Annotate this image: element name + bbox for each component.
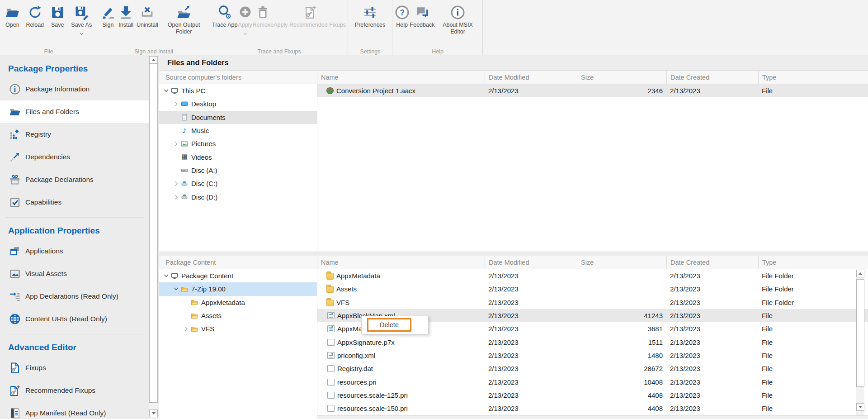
apply-button[interactable]: Apply: [238, 0, 253, 37]
help-button[interactable]: ? Help: [395, 0, 410, 29]
table-row[interactable]: AppxMetadata 2/13/2023 2/13/2023 File Fo…: [317, 269, 868, 282]
scrollbar-thumb[interactable]: [856, 279, 864, 387]
table-row[interactable]: Conversion Project 1.aacx 2/13/2023 2346…: [317, 84, 868, 97]
tree-item-7zip[interactable]: 7-Zip 19.00: [159, 282, 317, 295]
horizontal-scrollbar-track[interactable]: [317, 415, 868, 419]
toolbar-group-label-settings: Settings: [348, 48, 392, 55]
open-output-folder-button[interactable]: Open Output Folder: [161, 0, 207, 35]
save-as-button[interactable]: Save As: [71, 0, 92, 37]
package-content-header[interactable]: Package Content: [159, 256, 317, 269]
column-header-type[interactable]: Type: [758, 71, 868, 84]
sidebar-item-files-and-folders[interactable]: Files and Folders: [0, 100, 149, 123]
tree-item-disc-d[interactable]: Disc (D:): [159, 190, 317, 203]
tree-item-documents[interactable]: Documents: [159, 111, 317, 124]
context-menu-item-delete[interactable]: Delete: [367, 318, 411, 332]
chevron-down-icon[interactable]: [172, 286, 180, 293]
sidebar-item-app-manifest[interactable]: App Manifest (Read Only): [0, 402, 149, 419]
tree-item-disc-a[interactable]: Disc (A:): [159, 164, 317, 177]
videos-icon: [180, 153, 189, 161]
save-button[interactable]: Save: [50, 0, 65, 29]
size-cell: 1511: [577, 338, 666, 346]
trace-app-button[interactable]: Trace App: [212, 0, 238, 29]
install-button[interactable]: Install: [118, 0, 133, 29]
chevron-down-icon[interactable]: [243, 29, 247, 37]
table-row[interactable]: Assets 2/13/2023 2/13/2023 File Folder: [317, 282, 868, 295]
triangle-down-icon: [152, 412, 156, 414]
scroll-up-button[interactable]: [856, 270, 864, 277]
column-header-name[interactable]: Name: [317, 71, 485, 84]
table-row[interactable]: VFS 2/13/2023 2/13/2023 File Folder: [317, 296, 868, 309]
sidebar-item-registry[interactable]: Registry: [0, 123, 149, 146]
package-content-tree: Package Content 7-Zip 19.00 AppxMetadata…: [159, 269, 317, 335]
table-row[interactable]: resources.scale-125.pri 2/13/2023 4408 2…: [317, 389, 868, 402]
apply-recommended-fixups-button[interactable]: Apply Recommended Fixups: [274, 0, 346, 29]
about-msix-editor-button[interactable]: About MSIX Editor: [435, 0, 480, 35]
column-header-type[interactable]: Type: [758, 256, 868, 269]
table-row[interactable]: AppxSignature.p7x 2/13/2023 1511 2/13/20…: [317, 335, 868, 348]
sidebar-item-fixups[interactable]: Fixups: [0, 357, 149, 379]
chevron-right-icon[interactable]: [172, 100, 180, 108]
toolbar-group-trace-and-fixups: Trace App Apply Remove Apply Recommended…: [210, 0, 348, 55]
sign-button[interactable]: Sign: [100, 0, 115, 29]
table-row[interactable]: resources.scale-150.pri 2/13/2023 4408 2…: [317, 402, 868, 415]
file-icon: [327, 365, 335, 372]
tree-item-videos[interactable]: Videos: [159, 150, 317, 163]
chevron-right-icon[interactable]: [172, 193, 180, 200]
tree-item-vfs[interactable]: VFS: [159, 322, 317, 335]
chevron-down-icon[interactable]: [162, 272, 170, 280]
folder-icon: [190, 325, 199, 333]
sidebar-item-package-information[interactable]: Package Information: [0, 78, 149, 100]
sidebar-item-capabilities[interactable]: Capabilities: [0, 191, 149, 214]
chevron-right-icon[interactable]: [172, 140, 180, 148]
sidebar-item-package-declarations[interactable]: Package Declarations: [0, 168, 149, 191]
tree-item-desktop[interactable]: Desktop: [159, 97, 317, 110]
sidebar-scrollbar[interactable]: [149, 56, 158, 418]
tree-item-disc-c[interactable]: Disc (C:): [159, 177, 317, 190]
package-list-header-row: Name Date Modified Size Date Created Typ…: [317, 256, 868, 269]
chevron-down-icon[interactable]: [162, 87, 170, 95]
source-folders-header[interactable]: Source computer's folders: [159, 71, 317, 84]
column-header-date-created[interactable]: Date Created: [666, 71, 758, 84]
chevron-right-icon[interactable]: [182, 325, 190, 333]
feedback-bubble-icon: [415, 4, 430, 20]
pane-splitter[interactable]: [159, 252, 868, 256]
tree-item-appxmetadata[interactable]: AppxMetadata: [159, 296, 317, 309]
preferences-sliders-icon: [363, 4, 377, 20]
chevron-down-icon[interactable]: [80, 29, 84, 37]
feedback-button[interactable]: Feedback: [410, 0, 435, 29]
sidebar-item-recommended-fixups[interactable]: Recommended Fixups: [0, 379, 149, 402]
chevron-right-icon[interactable]: [172, 180, 180, 187]
scrollbar-thumb[interactable]: [149, 64, 158, 403]
column-header-size[interactable]: Size: [577, 256, 666, 269]
remove-button[interactable]: Remove: [253, 0, 274, 29]
scroll-down-button[interactable]: [149, 409, 158, 417]
scroll-up-button[interactable]: [149, 56, 158, 64]
uninstall-button[interactable]: Uninstall: [137, 0, 158, 29]
column-header-size[interactable]: Size: [577, 71, 666, 84]
open-button[interactable]: Open: [5, 0, 20, 29]
table-row[interactable]: resources.pri 2/13/2023 10408 2/13/2023 …: [317, 375, 868, 388]
sidebar-item-dependencies[interactable]: Dependencies: [0, 146, 149, 168]
package-list-scrollbar[interactable]: [856, 270, 864, 415]
table-row[interactable]: priconfig.xml 2/13/2023 1480 2/13/2023 F…: [317, 349, 868, 362]
tree-item-this-pc[interactable]: This PC: [159, 84, 317, 97]
column-header-date-modified[interactable]: Date Modified: [485, 256, 577, 269]
preferences-button[interactable]: Preferences: [355, 0, 385, 29]
type-cell: File: [758, 338, 868, 346]
sidebar-item-applications[interactable]: Applications: [0, 240, 149, 262]
column-header-name[interactable]: Name: [317, 256, 485, 269]
scroll-down-button[interactable]: [856, 403, 864, 411]
reload-button[interactable]: Reload: [26, 0, 44, 29]
sidebar-item-content-uris[interactable]: Content URIs (Read Only): [0, 308, 149, 330]
tree-item-assets[interactable]: Assets: [159, 309, 317, 322]
column-header-date-modified[interactable]: Date Modified: [485, 71, 577, 84]
package-content-pane: Package Content Package Content 7-Zip 19…: [159, 256, 868, 419]
sidebar-item-app-declarations[interactable]: App Declarations (Read Only): [0, 285, 149, 308]
sidebar-item-visual-assets[interactable]: Visual Assets: [0, 262, 149, 285]
tree-item-pictures[interactable]: Pictures: [159, 137, 317, 150]
column-header-date-created[interactable]: Date Created: [666, 256, 758, 269]
tree-item-music[interactable]: ♪ Music: [159, 124, 317, 137]
tree-item-package-content[interactable]: Package Content: [159, 269, 317, 282]
date-created-cell: 2/13/2023: [666, 87, 758, 95]
table-row[interactable]: Registry.dat 2/13/2023 28672 2/13/2023 F…: [317, 362, 868, 375]
